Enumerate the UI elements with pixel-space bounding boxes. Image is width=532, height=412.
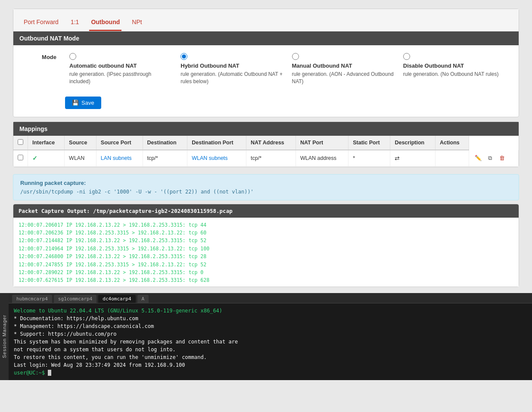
row-actions: ✏️ ⧉ 🗑 [469, 150, 518, 167]
mode-radio-manual-row [292, 53, 299, 60]
mode-option-disable: Disable Outbound NAT rule generation. (N… [399, 53, 510, 85]
mode-desc-hybrid: rule generation. (Automatic Outbound NAT… [180, 71, 283, 85]
edit-icon[interactable]: ✏️ [473, 153, 483, 163]
terminal-line: not required on a system that users do n… [14, 346, 527, 353]
packet-capture-panel: Running packet capture: /usr/sbin/tcpdum… [13, 174, 519, 200]
col-destination: Destination [143, 136, 187, 150]
mode-radio-auto-row [69, 53, 76, 60]
capture-line: 12:00:07.246800 IP 192.168.2.13.22 > 192… [19, 253, 513, 260]
capture-output-panel: Packet Capture Output: /tmp/packetcaptur… [13, 204, 519, 287]
col-check [13, 136, 28, 150]
delete-icon[interactable]: 🗑 [498, 153, 507, 163]
mode-option-auto: Automatic outbound NAT rule generation. … [65, 53, 176, 85]
save-icon: 💾 [72, 100, 79, 106]
session-manager-label: Session Manager [0, 293, 9, 380]
mappings-panel: Mappings Interface Source Source Port De… [13, 122, 519, 167]
capture-line: 12:00:07.214482 IP 192.168.2.13.22 > 192… [19, 237, 513, 244]
terminal-line: This system has been minimized by removi… [14, 338, 527, 346]
capture-line: 12:00:07.206236 IP 192.168.2.253.3315 > … [19, 229, 513, 237]
select-all-checkbox[interactable] [18, 139, 23, 145]
capture-line: 12:00:07.214964 IP 192.168.2.253.3315 > … [19, 245, 513, 253]
row-description [435, 150, 469, 167]
mode-radio-auto[interactable] [69, 53, 76, 60]
row-nat-address: WLAN address [296, 150, 348, 167]
outbound-nat-section-header: Outbound NAT Mode [13, 31, 519, 45]
terminal-tabs: hubmcmcarp4sg1commcarp4dc4omcarp4A [9, 293, 532, 303]
tab-outbound[interactable]: Outbound [89, 15, 121, 31]
col-source-port: Source Port [96, 136, 143, 150]
terminal-line: * Management: https://landscape.canonica… [14, 322, 527, 330]
shuffle-icon: ⇄ [395, 155, 400, 162]
tab-npt[interactable]: NPt [130, 15, 143, 31]
mode-title-hybrid: Hybrid Outbound NAT [180, 62, 239, 69]
tab-bar: Port Forward 1:1 Outbound NPt [13, 9, 519, 31]
destination-link[interactable]: WLAN subnets [192, 155, 227, 161]
save-row: 💾 Save [13, 94, 519, 117]
capture-command: /usr/sbin/tcpdump -ni igb2 -c '1000' -U … [20, 189, 512, 195]
mode-title-disable: Disable Outbound NAT [403, 62, 464, 69]
row-checkbox[interactable] [18, 155, 23, 160]
save-button[interactable]: 💾 Save [65, 97, 101, 109]
capture-line: 12:00:07.247855 IP 192.168.2.253.3315 > … [19, 261, 513, 268]
terminal-content: Welcome to Ubuntu 22.04.4 LTS (GNU/Linux… [9, 303, 532, 380]
capture-line: 12:00:07.627615 IP 192.168.2.13.22 > 192… [19, 276, 513, 284]
terminal-tab[interactable]: dc4omcarp4 [98, 295, 135, 303]
copy-icon[interactable]: ⧉ [485, 153, 495, 163]
mode-title-manual: Manual Outbound NAT [292, 62, 352, 69]
capture-output-body: 12:00:07.206017 IP 192.168.2.13.22 > 192… [13, 218, 519, 287]
col-description: Description [390, 136, 435, 150]
tab-1to1[interactable]: 1:1 [69, 15, 81, 31]
mode-option-manual: Manual Outbound NAT rule generation. (AO… [288, 53, 399, 85]
row-enabled: ✓ [28, 150, 65, 167]
capture-line: 12:00:07.206017 IP 192.168.2.13.22 > 192… [19, 221, 513, 229]
source-link[interactable]: LAN subnets [101, 155, 132, 161]
row-static-port: ⇄ [390, 150, 435, 167]
row-destination-port: tcp/* [246, 150, 296, 167]
mode-radio-disable-row [403, 53, 410, 60]
table-row: ✓ WLAN LAN subnets tcp/* WLAN subnets tc… [13, 150, 519, 167]
terminal-line: To restore this content, you can run the… [14, 353, 527, 361]
mode-row: Mode Automatic outbound NAT rule generat… [13, 45, 519, 94]
capture-line: 12:00:07.289022 IP 192.168.2.13.22 > 192… [19, 268, 513, 276]
col-interface: Interface [28, 136, 65, 150]
mode-label: Mode [22, 53, 56, 60]
terminal-panel: hubmcmcarp4sg1commcarp4dc4omcarp4A Welco… [9, 293, 532, 380]
mode-radio-hybrid[interactable] [180, 53, 187, 60]
capture-output-header: Packet Capture Output: /tmp/packetcaptur… [13, 204, 519, 218]
row-checkbox-cell [13, 150, 28, 167]
mode-desc-disable: rule generation. (No Outbound NAT rules) [403, 71, 499, 78]
col-destination-port: Destination Port [187, 136, 246, 150]
mode-radio-disable[interactable] [403, 53, 410, 60]
terminal-line: Welcome to Ubuntu 22.04.4 LTS (GNU/Linux… [14, 307, 527, 315]
mode-radio-manual[interactable] [292, 53, 299, 60]
col-nat-port: NAT Port [296, 136, 348, 150]
row-destination: WLAN subnets [187, 150, 246, 167]
col-nat-address: NAT Address [246, 136, 296, 150]
terminal-tab[interactable]: A [137, 295, 149, 303]
mode-radio-hybrid-row [180, 53, 187, 60]
terminal-wrapper: Session Manager hubmcmcarp4sg1commcarp4d… [0, 293, 532, 380]
terminal-line: user@UC:~$ [14, 369, 527, 377]
nat-panel: Port Forward 1:1 Outbound NPt Outbound N… [13, 9, 519, 117]
terminal-line: * Support: https://ubuntu.com/pro [14, 330, 527, 338]
mappings-table: Interface Source Source Port Destination… [13, 136, 519, 167]
col-static-port: Static Port [348, 136, 390, 150]
tab-port-forward[interactable]: Port Forward [22, 15, 60, 31]
row-source-port: tcp/* [143, 150, 187, 167]
terminal-tab[interactable]: sg1commcarp4 [54, 295, 96, 303]
terminal-cursor [48, 370, 51, 376]
mode-title-auto: Automatic outbound NAT [69, 62, 137, 69]
mode-options: Automatic outbound NAT rule generation. … [65, 53, 510, 85]
enabled-checkmark: ✓ [32, 155, 37, 162]
col-source: Source [65, 136, 96, 150]
action-icons: ✏️ ⧉ 🗑 [473, 153, 514, 163]
row-source: LAN subnets [96, 150, 143, 167]
row-interface: WLAN [65, 150, 96, 167]
terminal-tab[interactable]: hubmcmcarp4 [12, 295, 52, 303]
terminal-line: * Documentation: https://help.ubuntu.com [14, 315, 527, 322]
mode-desc-auto: rule generation. (IPsec passthrough incl… [69, 71, 172, 85]
terminal-line: Last login: Wed Aug 28 23:37:49 2024 fro… [14, 361, 527, 369]
mode-desc-manual: rule generation. (AON - Advanced Outboun… [292, 71, 395, 85]
capture-running-label: Running packet capture: [20, 180, 512, 186]
mode-option-hybrid: Hybrid Outbound NAT rule generation. (Au… [176, 53, 287, 85]
